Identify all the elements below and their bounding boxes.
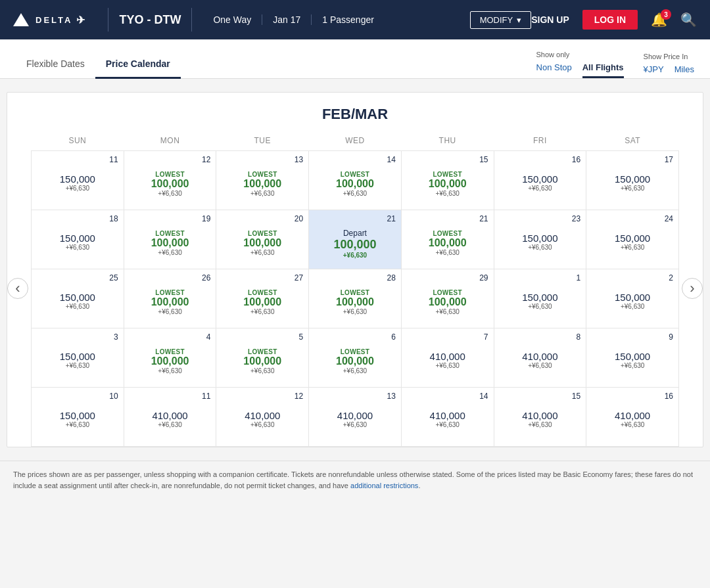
modify-button[interactable]: MODIFY ▾ — [470, 11, 532, 29]
cell-fee: +¥6,630 — [314, 367, 396, 374]
cell-date-number: 7 — [407, 332, 488, 342]
calendar-day-cell[interactable]: 27LOWEST100,000+¥6,630 — [216, 269, 309, 328]
cell-fee: +¥6,630 — [130, 308, 211, 315]
cell-price: 100,000 — [130, 355, 211, 367]
cell-price: 410,000 — [407, 351, 488, 362]
login-button[interactable]: LOG IN — [582, 10, 638, 30]
cell-date-number: 14 — [407, 392, 488, 401]
cell-price: 410,000 — [222, 410, 303, 421]
calendar-day-cell[interactable]: 7410,000+¥6,630 — [401, 328, 494, 388]
calendar-day-cell[interactable]: 28LOWEST100,000+¥6,630 — [309, 269, 402, 328]
calendar-day-cell[interactable]: 2150,000+¥6,630 — [586, 269, 679, 328]
calendar-day-cell[interactable]: 8410,000+¥6,630 — [494, 328, 586, 388]
notifications-button[interactable]: 🔔 3 — [651, 12, 667, 28]
cell-fee: +¥6,630 — [314, 421, 396, 428]
trip-type: One Way — [202, 14, 262, 25]
calendar-day-cell[interactable]: 29LOWEST100,000+¥6,630 — [401, 269, 494, 328]
calendar-day-cell[interactable]: 19LOWEST100,000+¥6,630 — [124, 210, 216, 269]
cell-fee: +¥6,630 — [222, 249, 303, 256]
cell-fee: +¥6,630 — [37, 185, 118, 192]
calendar-day-cell[interactable]: 14LOWEST100,000+¥6,630 — [309, 151, 402, 210]
calendar-day-cell[interactable]: 21Depart100,000+¥6,630 — [309, 210, 402, 269]
cell-price: 100,000 — [314, 296, 396, 308]
cell-date-number: 5 — [222, 332, 303, 342]
trip-date: Jan 17 — [262, 14, 312, 25]
calendar-next-button[interactable]: › — [682, 278, 703, 299]
cell-date-number: 11 — [130, 392, 211, 401]
calendar-header-row: SUN MON TUE WED THU FRI SAT — [32, 129, 679, 151]
cell-price: 150,000 — [592, 233, 673, 244]
calendar-day-cell[interactable]: 11410,000+¥6,630 — [124, 388, 216, 447]
calendar-day-cell[interactable]: 12410,000+¥6,630 — [216, 388, 309, 447]
calendar-day-cell[interactable]: 16410,000+¥6,630 — [586, 388, 679, 447]
cell-fee: +¥6,630 — [407, 308, 488, 315]
calendar-section: FEB/MAR ‹ SUN MON TUE WED THU FRI SAT 11… — [7, 92, 703, 447]
cell-date-number: 24 — [592, 214, 673, 223]
show-yen[interactable]: ¥JPY — [644, 64, 664, 78]
calendar-day-cell[interactable]: 17150,000+¥6,630 — [586, 151, 679, 210]
lowest-label: LOWEST — [130, 348, 211, 355]
cell-fee: +¥6,630 — [592, 303, 673, 310]
cell-date-number: 3 — [37, 332, 118, 342]
search-icon: 🔍 — [680, 12, 697, 27]
search-button[interactable]: 🔍 — [680, 12, 697, 28]
header-divider-2 — [191, 8, 192, 32]
calendar-day-cell[interactable]: 3150,000+¥6,630 — [32, 328, 124, 388]
calendar-day-cell[interactable]: 15LOWEST100,000+¥6,630 — [401, 151, 494, 210]
calendar-day-cell[interactable]: 20LOWEST100,000+¥6,630 — [216, 210, 309, 269]
cell-date-number: 21 — [314, 214, 396, 223]
calendar-day-cell[interactable]: 24150,000+¥6,630 — [586, 210, 679, 269]
cell-price: 100,000 — [130, 296, 211, 308]
calendar-day-cell[interactable]: 15410,000+¥6,630 — [494, 388, 586, 447]
cell-fee: +¥6,630 — [314, 308, 396, 315]
calendar-day-cell[interactable]: 26LOWEST100,000+¥6,630 — [124, 269, 216, 328]
show-nonstop[interactable]: Non Stop — [536, 62, 572, 78]
calendar-day-cell[interactable]: 6LOWEST100,000+¥6,630 — [309, 328, 402, 388]
cell-date-number: 19 — [130, 214, 211, 223]
calendar-day-cell[interactable]: 12LOWEST100,000+¥6,630 — [124, 151, 216, 210]
calendar-day-cell[interactable]: 23150,000+¥6,630 — [494, 210, 586, 269]
show-all-flights[interactable]: All Flights — [582, 62, 624, 78]
calendar-grid: SUN MON TUE WED THU FRI SAT 11150,000+¥6… — [31, 129, 679, 447]
chevron-down-icon: ▾ — [517, 15, 521, 25]
lowest-label: LOWEST — [130, 230, 211, 237]
signup-link[interactable]: SIGN UP — [531, 14, 569, 25]
cell-price: 150,000 — [592, 351, 673, 362]
calendar-day-cell[interactable]: 14410,000+¥6,630 — [401, 388, 494, 447]
additional-restrictions-link[interactable]: additional restrictions — [350, 482, 418, 489]
main-header: DELTA ✈ TYO - DTW One Way Jan 17 1 Passe… — [0, 0, 710, 39]
show-price-label: Show Price In — [644, 53, 694, 60]
cell-date-number: 20 — [222, 214, 303, 223]
cell-fee: +¥6,630 — [130, 367, 211, 374]
cell-price: 150,000 — [37, 233, 118, 244]
calendar-prev-button[interactable]: ‹ — [7, 278, 28, 299]
lowest-label: LOWEST — [314, 171, 396, 178]
cell-date-number: 10 — [37, 392, 118, 401]
calendar-day-cell[interactable]: 21LOWEST100,000+¥6,630 — [401, 210, 494, 269]
calendar-day-cell[interactable]: 13410,000+¥6,630 — [309, 388, 402, 447]
calendar-day-cell[interactable]: 16150,000+¥6,630 — [494, 151, 586, 210]
tab-price-calendar[interactable]: Price Calendar — [95, 51, 181, 79]
cell-price: 410,000 — [500, 351, 581, 362]
lowest-label: LOWEST — [222, 289, 303, 296]
tab-flexible-dates[interactable]: Flexible Dates — [16, 51, 95, 79]
calendar-day-cell[interactable]: 11150,000+¥6,630 — [32, 151, 124, 210]
cell-date-number: 4 — [130, 332, 211, 342]
cell-fee: +¥6,630 — [222, 367, 303, 374]
calendar-day-cell[interactable]: 4LOWEST100,000+¥6,630 — [124, 328, 216, 388]
calendar-month-header: FEB/MAR — [7, 93, 703, 129]
show-miles[interactable]: Miles — [674, 64, 694, 78]
day-header-thu: THU — [401, 129, 494, 151]
calendar-day-cell[interactable]: 9150,000+¥6,630 — [586, 328, 679, 388]
cell-fee: +¥6,630 — [222, 190, 303, 197]
notification-badge: 3 — [661, 9, 671, 20]
calendar-day-cell[interactable]: 5LOWEST100,000+¥6,630 — [216, 328, 309, 388]
cell-price: 150,000 — [592, 173, 673, 185]
calendar-day-cell[interactable]: 18150,000+¥6,630 — [32, 210, 124, 269]
calendar-day-cell[interactable]: 25150,000+¥6,630 — [32, 269, 124, 328]
calendar-day-cell[interactable]: 1150,000+¥6,630 — [494, 269, 586, 328]
calendar-day-cell[interactable]: 13LOWEST100,000+¥6,630 — [216, 151, 309, 210]
lowest-label: LOWEST — [222, 230, 303, 237]
lowest-label: LOWEST — [314, 348, 396, 355]
calendar-day-cell[interactable]: 10150,000+¥6,630 — [32, 388, 124, 447]
